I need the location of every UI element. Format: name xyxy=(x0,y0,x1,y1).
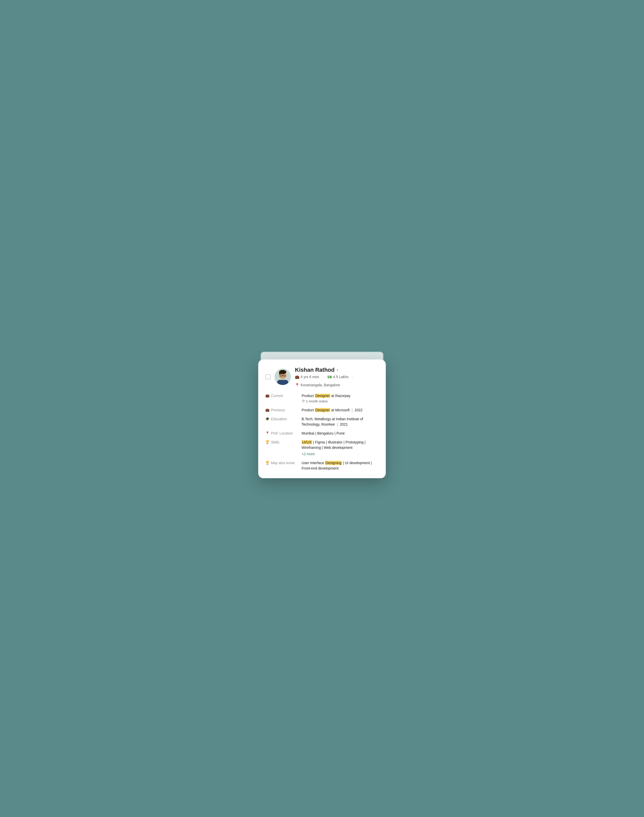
briefcase-icon: 💼 xyxy=(295,375,299,379)
current-row: 💼 Current Product Designer at Razorpay ⏱… xyxy=(265,393,379,404)
current-value: Product Designer at Razorpay ⏱ 1 month n… xyxy=(302,393,379,404)
previous-icon: 💼 xyxy=(265,408,270,412)
may-also-know-row-label: May also know xyxy=(271,461,295,465)
education-label: Education xyxy=(271,417,287,421)
previous-value: Product Designer at Microsoft | 2022 xyxy=(302,407,379,413)
salary-icon: 💵 xyxy=(327,375,332,379)
skills-row-highlight: UI/UX xyxy=(302,440,312,444)
current-icon: 💼 xyxy=(265,394,270,398)
modal-checkbox[interactable] xyxy=(265,374,270,379)
education-row: 🎓 Education B.Tech, Metallurgy at Indian… xyxy=(265,416,379,427)
previous-label: Previous xyxy=(271,408,285,412)
name-arrow-icon: › xyxy=(337,367,338,373)
skills-row: 🏆 Skills UI/UX | Figma | Illustrator | P… xyxy=(265,440,379,457)
current-label: Current xyxy=(271,394,283,398)
modal-candidate-name: Kishan Rathod › xyxy=(295,367,379,373)
modal-avatar xyxy=(274,369,291,385)
may-also-know-highlight: Designing xyxy=(325,461,342,465)
pref-location-icon: 📍 xyxy=(265,431,270,435)
candidate-modal: Kishan Rathod › 💼 4 yrs 6 mos 💵 4.5 Lakh… xyxy=(258,359,386,478)
may-also-know-row-icon: 🏆 xyxy=(265,461,270,465)
pref-location-value: Mumbai | Bengaluru | Pune xyxy=(302,431,379,436)
current-highlight: Designer xyxy=(315,394,330,398)
location-meta: 📍 Koramangala, Bangalore xyxy=(295,383,340,387)
education-value: B.Tech, Metallurgy at Indian Institute o… xyxy=(302,416,379,427)
skills-row-label: Skills xyxy=(271,440,279,444)
svg-rect-3 xyxy=(277,380,288,385)
skills-more-link[interactable]: +2 more xyxy=(302,452,315,457)
svg-rect-6 xyxy=(279,372,281,375)
pref-location-label: Pref. Location xyxy=(271,431,293,435)
may-also-know-row: 🏆 May also know User Interface Designing… xyxy=(265,460,379,471)
experience-meta: 💼 4 yrs 6 mos xyxy=(295,375,319,379)
education-icon: 🎓 xyxy=(265,417,270,421)
may-also-know-row-value: User Interface Designing | UI developmen… xyxy=(302,460,379,471)
clock-icon: ⏱ xyxy=(302,399,305,404)
location-icon: 📍 xyxy=(295,383,299,387)
salary-meta: 💵 4.5 Lakhs xyxy=(327,375,348,379)
notice-badge: ⏱ 1 month notice xyxy=(302,399,328,404)
pref-location-row: 📍 Pref. Location Mumbai | Bengaluru | Pu… xyxy=(265,431,379,436)
previous-row: 💼 Previous Product Designer at Microsoft… xyxy=(265,407,379,413)
previous-highlight: Designer xyxy=(315,408,330,412)
skills-row-value: UI/UX | Figma | Illustrator | Prototypin… xyxy=(302,440,379,457)
skills-row-icon: 🏆 xyxy=(265,440,270,444)
